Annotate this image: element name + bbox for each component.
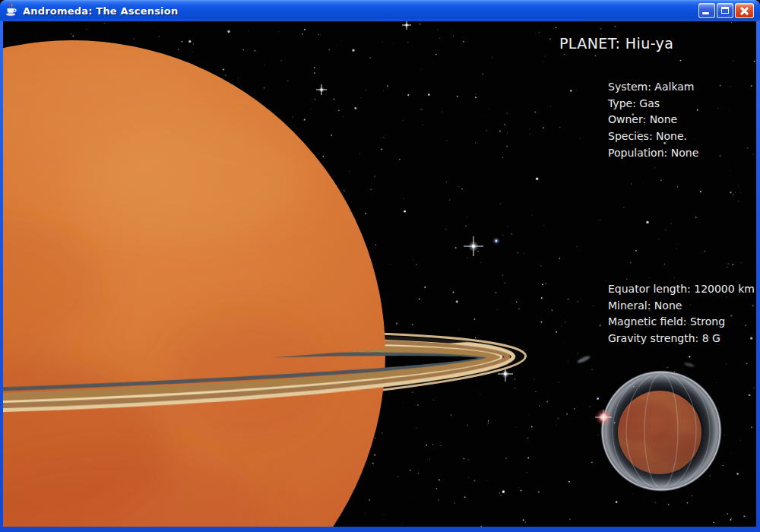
planet-details: System: Aalkam Type: Gas Owner: None Spe… (608, 79, 698, 162)
window-title: Andromeda: The Ascension (23, 5, 178, 17)
planet-title: PLANET: Hiu-ya (559, 35, 673, 52)
detail-owner: Owner: None (608, 112, 698, 128)
java-app-icon (5, 4, 18, 17)
close-button[interactable] (735, 3, 754, 18)
red-flare-star (595, 409, 612, 426)
game-viewport[interactable]: PLANET: Hiu-ya System: Aalkam Type: Gas … (3, 21, 756, 527)
detail-system: System: Aalkam (608, 79, 698, 96)
stat-magnetic: Magnetic field: Strong (608, 314, 755, 331)
planet-stats: Equator length: 120000 km Mineral: None … (608, 281, 755, 347)
stat-gravity: Gravity strength: 8 G (608, 331, 755, 347)
window-titlebar[interactable]: Andromeda: The Ascension (0, 0, 760, 21)
stat-equator: Equator length: 120000 km (608, 281, 755, 298)
game-window: Andromeda: The Ascension (0, 0, 760, 532)
maximize-button[interactable] (717, 3, 733, 18)
detail-type: Type: Gas (608, 96, 698, 112)
detail-species: Species: None. (608, 128, 698, 145)
minimize-icon (702, 12, 709, 14)
detail-population: Population: None (608, 145, 698, 162)
stat-mineral: Mineral: None (608, 298, 755, 315)
minimize-button[interactable] (698, 3, 715, 18)
maximize-icon (721, 7, 729, 14)
